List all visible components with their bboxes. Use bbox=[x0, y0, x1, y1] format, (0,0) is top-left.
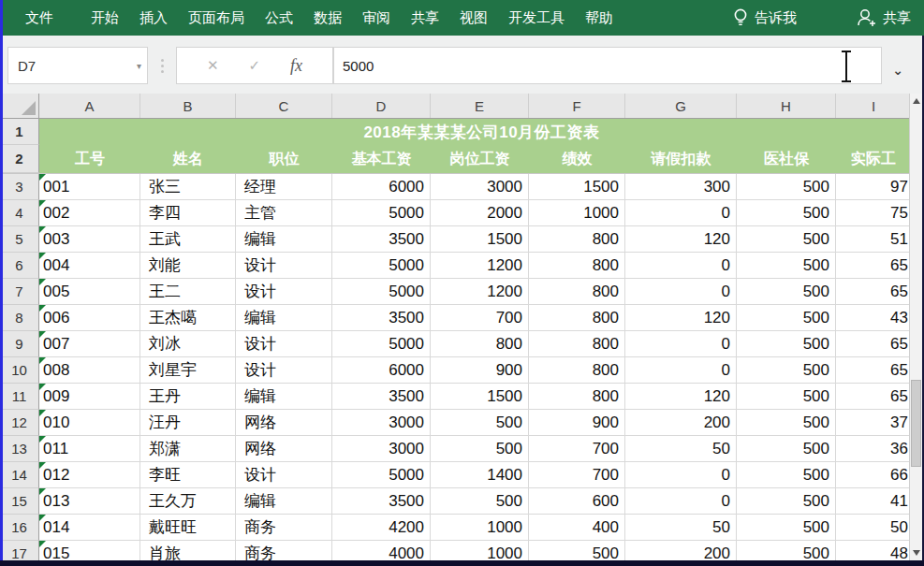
cell-E15[interactable]: 500 bbox=[431, 488, 529, 515]
cell-C4[interactable]: 主管 bbox=[236, 200, 332, 226]
cell-D9[interactable]: 5000 bbox=[332, 331, 431, 357]
column-header-C[interactable]: C bbox=[236, 94, 332, 118]
column-header-I[interactable]: I bbox=[836, 94, 911, 118]
cell-E13[interactable]: 500 bbox=[431, 436, 529, 462]
cell-G15[interactable]: 0 bbox=[625, 488, 737, 515]
cell-D8[interactable]: 3500 bbox=[332, 305, 431, 331]
row-header-15[interactable]: 15 bbox=[0, 488, 39, 515]
cell-E9[interactable]: 800 bbox=[431, 331, 529, 357]
cell-F9[interactable]: 800 bbox=[529, 331, 625, 357]
cell-H7[interactable]: 500 bbox=[737, 279, 836, 305]
cell-B7[interactable]: 王二 bbox=[140, 279, 236, 305]
cell-F6[interactable]: 800 bbox=[529, 253, 625, 279]
cell-C7[interactable]: 设计 bbox=[236, 279, 332, 305]
cell-G14[interactable]: 0 bbox=[625, 462, 737, 488]
select-all-button[interactable] bbox=[0, 94, 39, 118]
cell-G10[interactable]: 0 bbox=[625, 357, 737, 384]
cell-E5[interactable]: 1500 bbox=[431, 226, 529, 253]
insert-function-icon[interactable]: fx bbox=[290, 56, 302, 76]
row-header-16[interactable]: 16 bbox=[0, 515, 39, 541]
header-cell-I2[interactable]: 实际工 bbox=[836, 145, 911, 173]
cell-I9[interactable]: 65 bbox=[836, 331, 911, 357]
cell-D14[interactable]: 5000 bbox=[332, 462, 431, 488]
cell-F16[interactable]: 400 bbox=[529, 515, 625, 541]
cell-C16[interactable]: 商务 bbox=[236, 515, 332, 541]
cell-C13[interactable]: 网络 bbox=[236, 436, 332, 462]
cell-A15[interactable]: 013 bbox=[39, 488, 140, 515]
cell-A16[interactable]: 014 bbox=[39, 515, 140, 541]
cell-G12[interactable]: 200 bbox=[625, 410, 737, 436]
cell-H13[interactable]: 500 bbox=[737, 436, 836, 462]
cell-A11[interactable]: 009 bbox=[39, 384, 140, 410]
ribbon-tab-data[interactable]: 数据 bbox=[303, 0, 352, 36]
cell-H14[interactable]: 500 bbox=[737, 462, 836, 488]
cell-E3[interactable]: 3000 bbox=[431, 174, 529, 200]
header-cell-D2[interactable]: 基本工资 bbox=[332, 145, 431, 173]
cell-G6[interactable]: 0 bbox=[625, 253, 737, 279]
cell-D12[interactable]: 3000 bbox=[332, 410, 431, 436]
cell-C6[interactable]: 设计 bbox=[236, 253, 332, 279]
cell-B12[interactable]: 汪丹 bbox=[140, 410, 236, 436]
cell-A7[interactable]: 005 bbox=[39, 279, 140, 305]
cell-A10[interactable]: 008 bbox=[39, 357, 140, 384]
cell-A12[interactable]: 010 bbox=[39, 410, 140, 436]
ribbon-tab-view[interactable]: 视图 bbox=[449, 0, 498, 36]
row-header-7[interactable]: 7 bbox=[0, 279, 39, 305]
cell-E4[interactable]: 2000 bbox=[431, 200, 529, 226]
row-header-9[interactable]: 9 bbox=[0, 331, 39, 357]
header-cell-G2[interactable]: 请假扣款 bbox=[625, 145, 737, 173]
cell-D7[interactable]: 5000 bbox=[332, 279, 431, 305]
row-header-14[interactable]: 14 bbox=[0, 462, 39, 488]
cell-H16[interactable]: 500 bbox=[737, 515, 836, 541]
cell-G11[interactable]: 120 bbox=[625, 384, 737, 410]
cell-E14[interactable]: 1400 bbox=[431, 462, 529, 488]
row-header-5[interactable]: 5 bbox=[0, 226, 39, 253]
cell-B9[interactable]: 刘冰 bbox=[140, 331, 236, 357]
scroll-down-button[interactable] bbox=[910, 545, 922, 560]
cell-D5[interactable]: 3500 bbox=[332, 226, 431, 253]
row-header-8[interactable]: 8 bbox=[0, 305, 39, 331]
ribbon-tab-home[interactable]: 开始 bbox=[81, 0, 129, 36]
cell-D13[interactable]: 3000 bbox=[332, 436, 431, 462]
cell-C15[interactable]: 编辑 bbox=[236, 488, 332, 515]
cell-B14[interactable]: 李旺 bbox=[140, 462, 236, 488]
column-header-F[interactable]: F bbox=[529, 94, 625, 118]
row-header-1[interactable]: 1 bbox=[0, 119, 39, 145]
cell-F13[interactable]: 700 bbox=[529, 436, 625, 462]
cell-A13[interactable]: 011 bbox=[39, 436, 140, 462]
row-header-6[interactable]: 6 bbox=[0, 253, 39, 279]
cell-C5[interactable]: 编辑 bbox=[236, 226, 332, 253]
cell-H10[interactable]: 500 bbox=[737, 357, 836, 384]
cell-H11[interactable]: 500 bbox=[737, 384, 836, 410]
cell-E10[interactable]: 900 bbox=[431, 357, 529, 384]
cell-I4[interactable]: 75 bbox=[836, 200, 911, 226]
name-box-dropdown-icon[interactable]: ▾ bbox=[137, 61, 141, 71]
cell-I7[interactable]: 65 bbox=[836, 279, 911, 305]
cell-I5[interactable]: 51 bbox=[836, 226, 911, 253]
column-header-B[interactable]: B bbox=[140, 94, 236, 118]
header-cell-F2[interactable]: 绩效 bbox=[529, 145, 625, 173]
cell-G8[interactable]: 120 bbox=[625, 305, 737, 331]
scroll-up-button[interactable] bbox=[910, 94, 922, 109]
cell-D4[interactable]: 5000 bbox=[332, 200, 431, 226]
header-cell-E2[interactable]: 岗位工资 bbox=[431, 145, 529, 173]
cell-G7[interactable]: 0 bbox=[625, 279, 737, 305]
cell-A9[interactable]: 007 bbox=[39, 331, 140, 357]
cell-C9[interactable]: 设计 bbox=[236, 331, 332, 357]
cell-F11[interactable]: 800 bbox=[529, 384, 625, 410]
cell-C14[interactable]: 设计 bbox=[236, 462, 332, 488]
cell-B11[interactable]: 王丹 bbox=[140, 384, 236, 410]
cell-C11[interactable]: 编辑 bbox=[236, 384, 332, 410]
scrollbar-thumb[interactable] bbox=[911, 380, 921, 467]
cell-A14[interactable]: 012 bbox=[39, 462, 140, 488]
cell-F14[interactable]: 700 bbox=[529, 462, 625, 488]
cell-I13[interactable]: 36 bbox=[836, 436, 911, 462]
cell-C12[interactable]: 网络 bbox=[236, 410, 332, 436]
cell-A5[interactable]: 003 bbox=[39, 226, 140, 253]
cell-D6[interactable]: 5000 bbox=[332, 253, 431, 279]
row-header-11[interactable]: 11 bbox=[0, 384, 39, 410]
cell-H15[interactable]: 500 bbox=[737, 488, 836, 515]
column-header-A[interactable]: A bbox=[39, 94, 140, 118]
cell-F3[interactable]: 1500 bbox=[529, 174, 625, 200]
title-cell[interactable]: 2018年某某某公司10月份工资表 bbox=[39, 119, 924, 145]
